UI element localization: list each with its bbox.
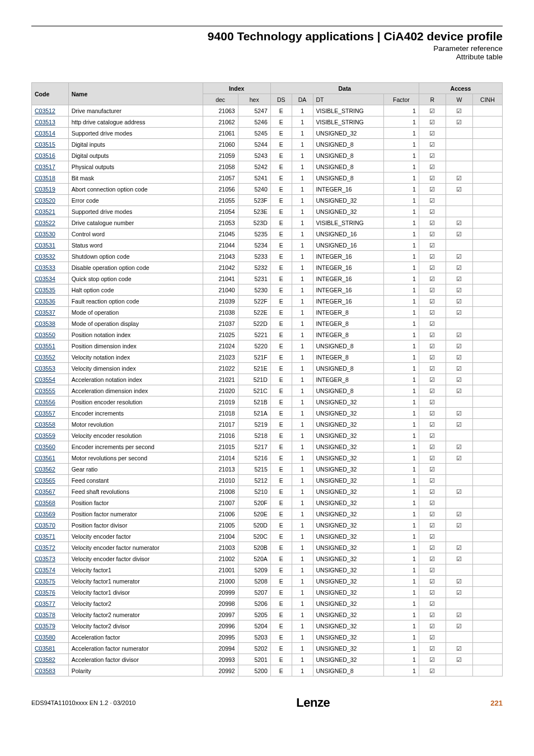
code-link[interactable]: C03572 bbox=[35, 544, 55, 551]
cell-ds: E bbox=[270, 419, 292, 430]
code-link[interactable]: C03578 bbox=[35, 612, 55, 618]
cell-da: 1 bbox=[292, 251, 313, 262]
code-link[interactable]: C03580 bbox=[35, 634, 55, 641]
cell-hex: 5235 bbox=[238, 228, 270, 240]
code-link[interactable]: C03582 bbox=[35, 656, 55, 663]
code-link[interactable]: C03536 bbox=[35, 298, 55, 305]
cell-da: 1 bbox=[292, 161, 313, 172]
page-subtitle-2: Attribute table bbox=[31, 53, 503, 61]
code-link[interactable]: C03570 bbox=[35, 522, 55, 529]
code-link[interactable]: C03576 bbox=[35, 589, 55, 596]
cell-da: 1 bbox=[292, 150, 313, 161]
cell-hex: 521F bbox=[238, 352, 270, 363]
code-link[interactable]: C03516 bbox=[35, 152, 55, 159]
cell-da: 1 bbox=[292, 340, 313, 352]
code-link[interactable]: C03555 bbox=[35, 388, 55, 394]
cell-name: Acceleration factor numerator bbox=[68, 643, 203, 654]
code-link[interactable]: C03517 bbox=[35, 164, 55, 170]
code-link[interactable]: C03513 bbox=[35, 119, 55, 125]
code-link[interactable]: C03558 bbox=[35, 421, 55, 428]
code-link[interactable]: C03532 bbox=[35, 253, 55, 260]
cell-dec: 21000 bbox=[203, 576, 238, 587]
code-link[interactable]: C03551 bbox=[35, 343, 55, 349]
cell-r: ☑ bbox=[419, 564, 446, 576]
code-link[interactable]: C03583 bbox=[35, 668, 55, 674]
cell-cinh bbox=[472, 251, 502, 262]
code-link[interactable]: C03512 bbox=[35, 108, 55, 114]
code-link[interactable]: C03565 bbox=[35, 477, 55, 484]
code-link[interactable]: C03514 bbox=[35, 130, 55, 137]
cell-dec: 21017 bbox=[203, 419, 238, 430]
cell-hex: 5203 bbox=[238, 632, 270, 643]
cell-w: ☑ bbox=[446, 643, 472, 654]
code-link[interactable]: C03569 bbox=[35, 511, 55, 517]
code-link[interactable]: C03559 bbox=[35, 432, 55, 439]
cell-code: C03538 bbox=[32, 318, 69, 329]
code-link[interactable]: C03522 bbox=[35, 220, 55, 226]
cell-factor: 1 bbox=[383, 172, 419, 184]
cell-dec: 21062 bbox=[203, 116, 238, 128]
cell-da: 1 bbox=[292, 217, 313, 228]
cell-hex: 5231 bbox=[238, 273, 270, 284]
code-link[interactable]: C03520 bbox=[35, 197, 55, 204]
cell-code: C03532 bbox=[32, 251, 69, 262]
cell-dt: VISIBLE_STRING bbox=[313, 217, 383, 228]
code-link[interactable]: C03530 bbox=[35, 231, 55, 237]
code-link[interactable]: C03538 bbox=[35, 320, 55, 327]
table-row: C03533Disable operation option code21042… bbox=[32, 262, 503, 273]
cell-dt: UNSIGNED_32 bbox=[313, 609, 383, 620]
cell-cinh bbox=[472, 206, 502, 217]
cell-da: 1 bbox=[292, 542, 313, 553]
cell-hex: 5246 bbox=[238, 116, 270, 128]
cell-hex: 523F bbox=[238, 195, 270, 206]
cell-cinh bbox=[472, 340, 502, 352]
cell-dt: UNSIGNED_32 bbox=[313, 408, 383, 419]
code-link[interactable]: C03533 bbox=[35, 264, 55, 271]
code-link[interactable]: C03518 bbox=[35, 175, 55, 181]
code-link[interactable]: C03575 bbox=[35, 578, 55, 585]
cell-name: Error code bbox=[68, 195, 203, 206]
cell-r: ☑ bbox=[419, 520, 446, 531]
code-link[interactable]: C03573 bbox=[35, 556, 55, 562]
cell-w: ☑ bbox=[446, 352, 472, 363]
table-row: C03558Motor revolution210175219E1UNSIGNE… bbox=[32, 419, 503, 430]
code-link[interactable]: C03515 bbox=[35, 141, 55, 148]
cell-w: ☑ bbox=[446, 609, 472, 620]
code-link[interactable]: C03537 bbox=[35, 309, 55, 316]
code-link[interactable]: C03557 bbox=[35, 410, 55, 417]
cell-hex: 5232 bbox=[238, 262, 270, 273]
code-link[interactable]: C03581 bbox=[35, 645, 55, 652]
code-link[interactable]: C03568 bbox=[35, 500, 55, 506]
code-link[interactable]: C03577 bbox=[35, 600, 55, 607]
code-link[interactable]: C03556 bbox=[35, 399, 55, 405]
code-link[interactable]: C03550 bbox=[35, 332, 55, 338]
code-link[interactable]: C03561 bbox=[35, 455, 55, 461]
cell-name: Position encoder resolution bbox=[68, 396, 203, 408]
cell-hex: 5200 bbox=[238, 665, 270, 676]
code-link[interactable]: C03519 bbox=[35, 186, 55, 193]
cell-dt: UNSIGNED_32 bbox=[313, 598, 383, 609]
cell-da: 1 bbox=[292, 184, 313, 195]
code-link[interactable]: C03579 bbox=[35, 623, 55, 629]
code-link[interactable]: C03534 bbox=[35, 276, 55, 282]
cell-factor: 1 bbox=[383, 105, 419, 116]
table-row: C03535Halt option code210405230E1INTEGER… bbox=[32, 284, 503, 296]
code-link[interactable]: C03531 bbox=[35, 242, 55, 249]
code-link[interactable]: C03567 bbox=[35, 488, 55, 495]
code-link[interactable]: C03560 bbox=[35, 444, 55, 450]
cell-hex: 521D bbox=[238, 374, 270, 385]
cell-w: ☑ bbox=[446, 542, 472, 553]
code-link[interactable]: C03574 bbox=[35, 567, 55, 573]
code-link[interactable]: C03521 bbox=[35, 208, 55, 215]
code-link[interactable]: C03552 bbox=[35, 354, 55, 361]
code-link[interactable]: C03554 bbox=[35, 376, 55, 383]
page-title: 9400 Technology applications | CiA402 de… bbox=[31, 30, 503, 43]
cell-r: ☑ bbox=[419, 576, 446, 587]
cell-ds: E bbox=[270, 508, 292, 520]
code-link[interactable]: C03553 bbox=[35, 365, 55, 372]
code-link[interactable]: C03562 bbox=[35, 466, 55, 473]
table-row: C03519Abort connection option code210565… bbox=[32, 184, 503, 195]
code-link[interactable]: C03571 bbox=[35, 533, 55, 540]
table-row: C03561Motor revolutions per second210145… bbox=[32, 452, 503, 464]
code-link[interactable]: C03535 bbox=[35, 287, 55, 293]
